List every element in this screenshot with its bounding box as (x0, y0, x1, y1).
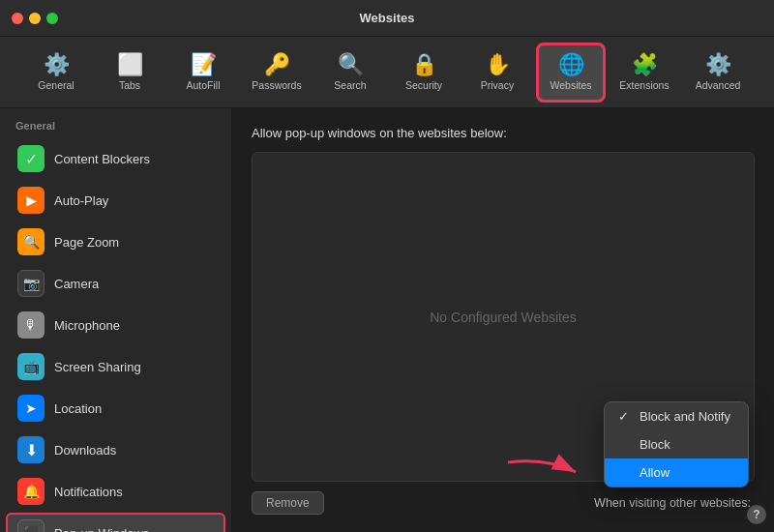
toolbar-label-autofill: AutoFill (186, 79, 220, 91)
sidebar-item-downloads[interactable]: ⬇ Downloads (6, 429, 225, 470)
autofill-icon: 📝 (191, 54, 217, 75)
sidebar-item-content-blockers[interactable]: ✓ Content Blockers (6, 138, 225, 179)
window-title: Websites (360, 11, 415, 25)
sidebar-item-auto-play[interactable]: ▶ Auto-Play (6, 180, 225, 221)
traffic-lights (12, 13, 58, 24)
sidebar: General ✓ Content Blockers ▶ Auto-Play 🔍… (0, 108, 232, 532)
search-icon: 🔍 (338, 54, 364, 75)
dropdown-label-block-and-notify: Block and Notify (640, 409, 730, 424)
toolbar-label-passwords: Passwords (252, 79, 301, 91)
visiting-other-label: When visiting other websites: (324, 496, 755, 510)
main-container: General ✓ Content Blockers ▶ Auto-Play 🔍… (0, 108, 774, 532)
toolbar-label-advanced: Advanced (696, 79, 741, 91)
sidebar-item-notifications[interactable]: 🔔 Notifications (6, 471, 225, 512)
popup-dropdown[interactable]: ✓ Block and Notify Block Allow (604, 401, 749, 488)
sidebar-item-popup-windows[interactable]: ⬛ Pop-up Windows (6, 513, 225, 532)
content-area: Allow pop-up windows on the websites bel… (232, 108, 774, 532)
dropdown-label-allow: Allow (640, 465, 670, 480)
content-blockers-icon: ✓ (17, 145, 45, 172)
sidebar-label-page-zoom: Page Zoom (54, 235, 119, 250)
popup-windows-icon: ⬛ (17, 519, 45, 532)
passwords-icon: 🔑 (264, 54, 290, 75)
sidebar-section-general: General (0, 120, 231, 137)
sidebar-item-screen-sharing[interactable]: 📺 Screen Sharing (6, 346, 225, 387)
sidebar-item-page-zoom[interactable]: 🔍 Page Zoom (6, 222, 225, 262)
empty-message: No Configured Websites (430, 310, 576, 325)
extensions-icon: 🧩 (632, 54, 658, 75)
toolbar-label-search: Search (334, 79, 366, 91)
sidebar-item-microphone[interactable]: 🎙 Microphone (6, 305, 225, 345)
dropdown-label-block: Block (640, 437, 670, 452)
sidebar-label-camera: Camera (54, 277, 99, 291)
toolbar-label-websites: Websites (551, 79, 592, 91)
sidebar-label-popup-windows: Pop-up Windows (54, 526, 149, 533)
sidebar-label-content-blockers: Content Blockers (54, 152, 150, 166)
close-button[interactable] (12, 13, 23, 24)
toolbar-item-autofill[interactable]: 📝 AutoFill (168, 43, 238, 103)
fullscreen-button[interactable] (46, 13, 58, 24)
tabs-icon: ⬜ (117, 54, 143, 75)
toolbar-item-passwords[interactable]: 🔑 Passwords (242, 43, 312, 103)
toolbar-item-websites[interactable]: 🌐 Websites (536, 43, 606, 103)
notifications-icon: 🔔 (17, 478, 45, 505)
content-description: Allow pop-up windows on the websites bel… (252, 126, 755, 140)
dropdown-item-block[interactable]: Block (605, 430, 748, 458)
toolbar-item-tabs[interactable]: ⬜ Tabs (95, 43, 164, 103)
toolbar-item-general[interactable]: ⚙️ General (21, 43, 91, 103)
toolbar-label-security: Security (405, 79, 442, 91)
remove-button[interactable]: Remove (252, 491, 324, 515)
sidebar-label-notifications: Notifications (54, 485, 123, 499)
sidebar-item-camera[interactable]: 📷 Camera (6, 263, 225, 304)
camera-icon: 📷 (17, 270, 45, 297)
toolbar-item-privacy[interactable]: ✋ Privacy (462, 43, 532, 103)
sidebar-label-microphone: Microphone (54, 318, 120, 333)
toolbar-item-security[interactable]: 🔒 Security (389, 43, 459, 103)
title-bar: Websites (0, 0, 774, 37)
help-button[interactable]: ? (747, 505, 766, 524)
advanced-icon: ⚙️ (705, 54, 731, 75)
security-icon: 🔒 (411, 54, 437, 75)
toolbar-item-search[interactable]: 🔍 Search (315, 43, 385, 103)
downloads-icon: ⬇ (17, 436, 45, 463)
toolbar-item-advanced[interactable]: ⚙️ Advanced (683, 43, 753, 103)
sidebar-label-screen-sharing: Screen Sharing (54, 360, 141, 374)
general-icon: ⚙️ (44, 54, 70, 75)
screen-sharing-icon: 📺 (17, 353, 45, 380)
sidebar-label-downloads: Downloads (54, 443, 116, 458)
toolbar-label-tabs: Tabs (119, 79, 140, 91)
dropdown-item-block-and-notify[interactable]: ✓ Block and Notify (605, 402, 748, 430)
location-icon: ➤ (17, 395, 45, 422)
dropdown-item-allow[interactable]: Allow (605, 458, 748, 487)
checkmark-icon: ✓ (618, 409, 632, 424)
auto-play-icon: ▶ (17, 187, 45, 214)
bottom-bar: Remove When visiting other websites: ✓ B… (252, 491, 755, 515)
page-zoom-icon: 🔍 (17, 228, 45, 255)
toolbar-item-extensions[interactable]: 🧩 Extensions (610, 43, 679, 103)
websites-icon: 🌐 (558, 54, 584, 75)
privacy-icon: ✋ (485, 54, 511, 75)
minimize-button[interactable] (29, 13, 41, 24)
toolbar-label-general: General (38, 79, 74, 91)
microphone-icon: 🎙 (17, 311, 45, 339)
sidebar-label-location: Location (54, 401, 102, 416)
toolbar-label-privacy: Privacy (481, 79, 514, 91)
toolbar-label-extensions: Extensions (619, 79, 669, 91)
sidebar-item-location[interactable]: ➤ Location (6, 388, 225, 429)
toolbar: ⚙️ General ⬜ Tabs 📝 AutoFill 🔑 Passwords… (0, 37, 774, 108)
sidebar-label-auto-play: Auto-Play (54, 193, 108, 208)
